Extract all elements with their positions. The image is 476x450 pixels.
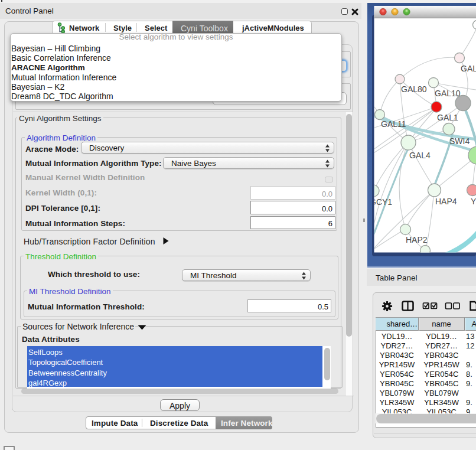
svg-text:GAL2: GAL2 [461, 64, 476, 73]
svg-text:GAL11: GAL11 [381, 119, 406, 129]
svg-text:GAL1: GAL1 [437, 113, 458, 122]
svg-text:GAL10: GAL10 [435, 89, 461, 98]
svg-text:HAP2: HAP2 [406, 235, 428, 244]
svg-text:Y: Y [471, 197, 476, 206]
svg-text:HAP4: HAP4 [435, 197, 457, 206]
svg-text:SWI4: SWI4 [449, 136, 470, 146]
svg-text:GAL80: GAL80 [401, 84, 427, 94]
svg-text:GAL4: GAL4 [409, 151, 431, 160]
